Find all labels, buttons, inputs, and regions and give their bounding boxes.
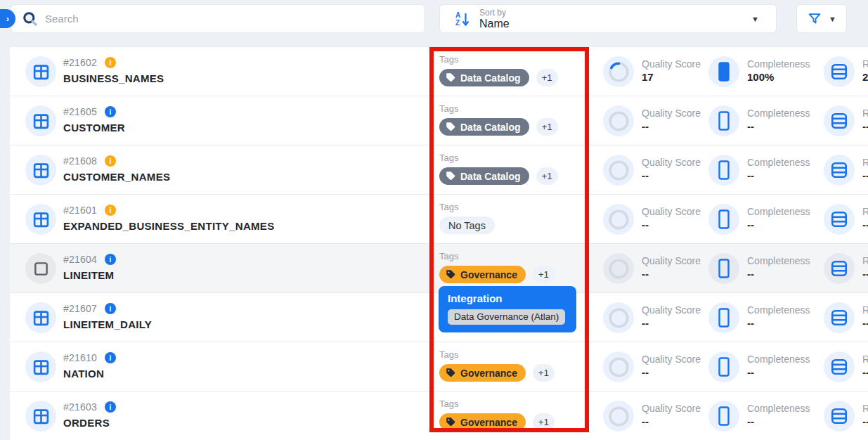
info-icon[interactable] bbox=[105, 57, 116, 68]
completeness-cell: Completeness -- bbox=[708, 105, 810, 136]
table-icon bbox=[32, 408, 50, 425]
records-label: Re bbox=[862, 354, 868, 365]
records-label: Re bbox=[862, 58, 868, 70]
info-icon[interactable] bbox=[105, 303, 116, 314]
table-row[interactable]: #21610 NATION Tags Governance +1 bbox=[10, 342, 868, 392]
quality-score-label: Quality Score bbox=[642, 304, 701, 316]
asset-name: NATION bbox=[63, 368, 104, 380]
tag-icon bbox=[446, 417, 456, 427]
quality-score-label: Quality Score bbox=[642, 403, 701, 414]
tag-chip[interactable]: Governance bbox=[439, 266, 526, 283]
table-icon bbox=[32, 112, 50, 130]
quality-score-value: -- bbox=[642, 169, 649, 181]
records-cell: Re 20 bbox=[824, 56, 868, 87]
chevron-down-icon: ▼ bbox=[751, 15, 759, 23]
completeness-battery-icon bbox=[708, 401, 739, 432]
search-icon bbox=[22, 11, 38, 27]
quality-ring-icon bbox=[603, 351, 634, 382]
asset-id: #21603 bbox=[63, 401, 97, 413]
quality-score-value: -- bbox=[642, 219, 649, 231]
tag-chip-label: Governance bbox=[460, 417, 517, 428]
asset-id: #21610 bbox=[63, 352, 97, 363]
info-icon[interactable] bbox=[105, 401, 116, 413]
completeness-value: 100% bbox=[747, 71, 774, 83]
tag-more-chip[interactable]: +1 bbox=[536, 167, 558, 185]
tag-more-chip[interactable]: +1 bbox=[533, 364, 555, 382]
info-icon[interactable] bbox=[105, 106, 116, 117]
quality-score-label: Quality Score bbox=[642, 58, 701, 70]
completeness-battery-icon bbox=[708, 204, 739, 235]
tag-more-chip[interactable]: +1 bbox=[536, 118, 558, 136]
search-bar[interactable] bbox=[11, 4, 425, 33]
tag-chip[interactable]: No Tags bbox=[439, 216, 495, 234]
tag-more-chip[interactable]: +1 bbox=[533, 266, 555, 283]
asset-id: #21608 bbox=[63, 155, 97, 167]
quality-score-label: Quality Score bbox=[642, 108, 701, 119]
tag-chip-label: Data Catalog bbox=[460, 171, 521, 182]
table-row[interactable]: #21605 CUSTOMER Tags Data Catalog +1 bbox=[10, 96, 868, 145]
completeness-value: -- bbox=[747, 120, 754, 132]
tag-icon bbox=[446, 368, 456, 378]
quality-score-value: -- bbox=[642, 268, 649, 280]
records-stack-icon bbox=[824, 351, 855, 382]
records-value: -- bbox=[862, 268, 868, 280]
info-icon[interactable] bbox=[105, 155, 116, 167]
tag-more-chip[interactable]: +1 bbox=[536, 69, 558, 86]
tag-chip[interactable]: Data Catalog bbox=[439, 167, 529, 185]
info-icon[interactable] bbox=[105, 254, 116, 265]
sort-by-label: Sort by bbox=[479, 8, 510, 18]
quality-score-label: Quality Score bbox=[642, 354, 701, 365]
asset-type-badge bbox=[25, 302, 56, 333]
table-icon bbox=[32, 309, 50, 327]
sort-dropdown[interactable]: A Z Sort by Name ▼ bbox=[439, 4, 777, 33]
records-stack-icon bbox=[824, 56, 855, 87]
info-icon[interactable] bbox=[105, 205, 116, 216]
records-stack-icon bbox=[824, 105, 855, 136]
tag-chip[interactable]: Governance bbox=[439, 413, 526, 431]
records-cell: Re -- bbox=[824, 155, 868, 186]
filter-button[interactable]: ▼ bbox=[796, 4, 847, 33]
search-input[interactable] bbox=[45, 13, 425, 25]
completeness-cell: Completeness -- bbox=[708, 351, 810, 382]
quality-ring-icon bbox=[603, 253, 634, 284]
completeness-label: Completeness bbox=[747, 403, 810, 414]
tags-cell: Tags No Tags bbox=[439, 202, 495, 234]
tag-chip[interactable]: Data Catalog bbox=[439, 118, 529, 136]
records-cell: Re -- bbox=[824, 302, 868, 333]
svg-text:A: A bbox=[455, 11, 460, 19]
svg-text:Z: Z bbox=[455, 19, 460, 27]
records-label: Re bbox=[862, 304, 868, 316]
tag-chip[interactable]: Data Catalog bbox=[439, 69, 529, 86]
tags-label: Tags bbox=[439, 349, 555, 360]
tags-cell: Tags Data Catalog +1 bbox=[439, 153, 558, 185]
tag-chip[interactable]: Governance bbox=[439, 364, 526, 382]
tags-label: Tags bbox=[439, 103, 558, 114]
table-row[interactable]: #21601 EXPANDED_BUSINESS_ENTITY_NAMES Ta… bbox=[10, 195, 868, 244]
records-value: 20 bbox=[862, 71, 868, 83]
tag-more-chip[interactable]: +1 bbox=[533, 413, 555, 431]
asset-id: #21602 bbox=[63, 57, 97, 68]
table-icon bbox=[32, 211, 50, 228]
chevron-right-icon: › bbox=[6, 13, 9, 24]
quality-score-value: 17 bbox=[642, 71, 654, 83]
sort-value: Name bbox=[479, 18, 510, 30]
filter-funnel-icon bbox=[807, 11, 822, 27]
records-value: -- bbox=[862, 219, 868, 231]
quality-score-cell: Quality Score -- bbox=[603, 105, 701, 136]
records-value: -- bbox=[862, 120, 868, 132]
tags-label: Tags bbox=[439, 399, 555, 409]
quality-score-label: Quality Score bbox=[642, 157, 701, 168]
tags-cell: Tags Data Catalog +1 bbox=[439, 54, 558, 86]
asset-id: #21607 bbox=[63, 303, 97, 314]
table-row[interactable]: #21604 LINEITEM Tags Governance +1 bbox=[10, 244, 868, 293]
info-icon[interactable] bbox=[105, 352, 116, 363]
asset-id: #21601 bbox=[63, 205, 97, 216]
tag-chip-label: Governance bbox=[460, 368, 517, 379]
table-row[interactable]: #21608 CUSTOMER_NAMES Tags Data Catalog … bbox=[10, 145, 868, 195]
records-stack-icon bbox=[824, 155, 855, 186]
table-row[interactable]: #21602 BUSINESS_NAMES Tags Data Catalog … bbox=[10, 47, 868, 96]
tag-icon bbox=[446, 72, 456, 83]
completeness-label: Completeness bbox=[747, 108, 810, 119]
table-row[interactable]: #21603 ORDERS Tags Governance +1 bbox=[10, 392, 868, 440]
records-cell: Re -- bbox=[824, 204, 868, 235]
